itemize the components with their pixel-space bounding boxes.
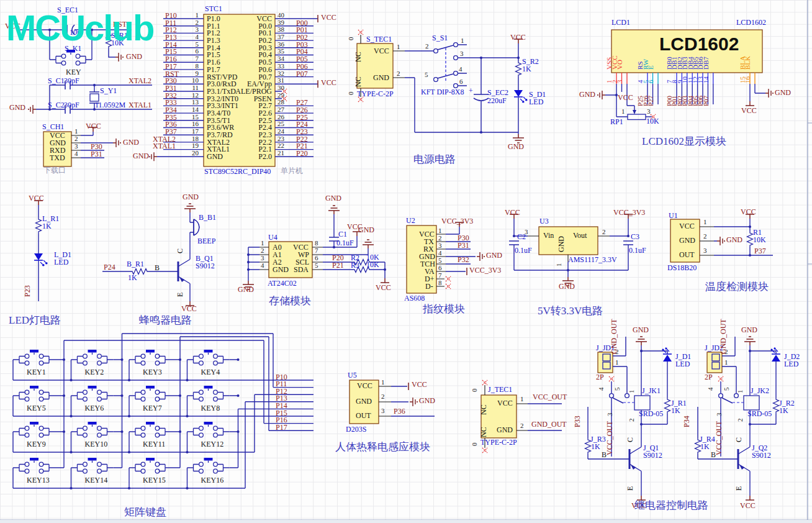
mcuclub-logo: MCUclub bbox=[6, 10, 153, 46]
power-symbols bbox=[19, 15, 774, 500]
connector-j-tec1[interactable] bbox=[481, 395, 517, 438]
key-key12[interactable] bbox=[187, 422, 230, 437]
key-key14[interactable] bbox=[71, 458, 114, 473]
relay-contacts bbox=[610, 394, 739, 398]
key-key11[interactable] bbox=[129, 422, 171, 437]
transistor-j-q1[interactable] bbox=[629, 447, 641, 471]
schematic-drawing bbox=[0, 0, 812, 523]
key-key2[interactable] bbox=[71, 350, 114, 365]
bottom-strip bbox=[0, 520, 812, 523]
chip-stc89c52[interactable] bbox=[204, 14, 275, 166]
buzzer-b-b1[interactable] bbox=[194, 219, 199, 235]
key-key1[interactable] bbox=[13, 350, 55, 365]
chip-ams1117[interactable] bbox=[539, 227, 598, 255]
transistor-b-q1[interactable] bbox=[178, 260, 190, 284]
schematic-canvas: VCCS_EC1+10uRSTS_R110KS_K1KEYGNDS_C130pF… bbox=[0, 0, 812, 523]
chip-lcd1602[interactable] bbox=[611, 30, 762, 73]
crystal-s-y1[interactable] bbox=[90, 94, 99, 101]
key-key5[interactable] bbox=[13, 386, 55, 401]
relay-j-jk2[interactable] bbox=[744, 396, 759, 410]
transistor-j-q2[interactable] bbox=[738, 447, 750, 471]
relay-j-jk1[interactable] bbox=[634, 396, 650, 410]
key-key4[interactable] bbox=[187, 350, 230, 365]
key-key15[interactable] bbox=[129, 458, 171, 473]
pin-stubs bbox=[71, 35, 714, 448]
chip-as608[interactable] bbox=[407, 225, 436, 293]
led-j-d1[interactable] bbox=[662, 348, 672, 362]
key-key10[interactable] bbox=[71, 422, 114, 437]
key-key9[interactable] bbox=[13, 422, 55, 437]
chip-at24c02[interactable] bbox=[269, 242, 312, 278]
chip-ds18b20[interactable] bbox=[670, 219, 700, 262]
led-s-d1[interactable] bbox=[514, 90, 527, 102]
led-j-d2[interactable] bbox=[771, 348, 780, 362]
key-key3[interactable] bbox=[129, 350, 171, 365]
key-reset[interactable] bbox=[50, 50, 92, 65]
key-key8[interactable] bbox=[187, 386, 230, 401]
wires bbox=[13, 19, 776, 496]
connector-s-tec1[interactable] bbox=[357, 43, 393, 88]
key-key6[interactable] bbox=[71, 386, 114, 401]
key-key16[interactable] bbox=[187, 458, 230, 473]
pot-wiper-arrow bbox=[633, 110, 636, 114]
key-key13[interactable] bbox=[13, 458, 55, 473]
keypad bbox=[13, 350, 230, 473]
chip-d203s[interactable] bbox=[350, 380, 379, 424]
connector-s-ch1[interactable] bbox=[43, 132, 71, 166]
no-erc-marks bbox=[282, 30, 723, 453]
junctions bbox=[48, 29, 751, 489]
led-l-d1[interactable] bbox=[34, 253, 47, 266]
lcd-pin-stubs bbox=[616, 73, 755, 84]
potentiometer-rp1[interactable] bbox=[628, 114, 646, 120]
key-key7[interactable] bbox=[129, 386, 171, 401]
